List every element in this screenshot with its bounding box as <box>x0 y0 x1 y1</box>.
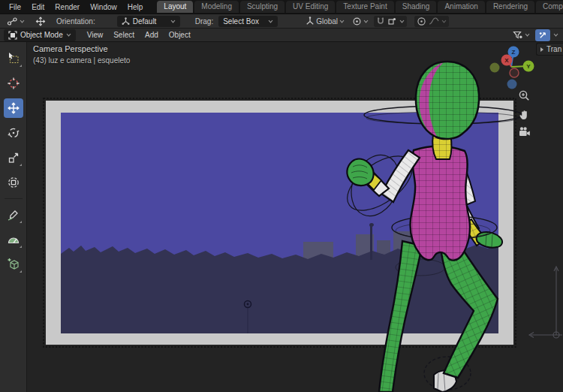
chevron-down-icon[interactable] <box>441 20 447 23</box>
tab-modeling[interactable]: Modeling <box>194 1 239 13</box>
menu-edit[interactable]: Edit <box>26 3 50 11</box>
snapping-group <box>374 16 407 27</box>
viewport-canvas[interactable] <box>27 42 563 392</box>
proportional-edit-icon[interactable] <box>417 17 426 26</box>
pan-button[interactable] <box>517 108 531 122</box>
active-tool-dropdown[interactable] <box>5 16 27 27</box>
rotate-icon <box>7 126 20 140</box>
axis-neg-x-ball[interactable] <box>510 68 519 77</box>
header-right-cluster <box>510 29 563 41</box>
snap-magnet-icon[interactable] <box>376 17 385 26</box>
axis-y-label: Y <box>526 63 531 70</box>
measure-protractor-icon <box>7 233 20 246</box>
tool-rotate[interactable] <box>4 123 23 143</box>
tab-layout[interactable]: Layout <box>157 1 193 13</box>
workspace-tabs: Layout Modeling Sculpting UV Editing Tex… <box>157 0 563 14</box>
mode-value: Object Mode <box>20 31 63 39</box>
pivot-point-dropdown[interactable] <box>350 16 371 27</box>
menu-view[interactable]: View <box>82 31 109 39</box>
tool-cursor[interactable] <box>4 74 23 93</box>
torso <box>411 146 470 261</box>
navigation-gizmo[interactable]: Z X Y <box>484 42 544 96</box>
chevron-down-icon[interactable] <box>399 20 405 23</box>
drag-value: Select Box <box>223 17 265 26</box>
orientation-dropdown[interactable]: Default <box>117 16 180 27</box>
arrow-right-icon <box>540 47 544 53</box>
view-label: Camera Perspective <box>33 44 130 55</box>
move-icon <box>7 101 20 115</box>
proportional-edit-group <box>414 16 449 27</box>
box-select-icon <box>7 52 20 65</box>
chevron-down-icon <box>268 20 273 23</box>
orientation-icon <box>122 17 130 26</box>
tab-rendering[interactable]: Rendering <box>486 1 534 13</box>
camera-view-button[interactable] <box>517 125 531 138</box>
tool-add-cube[interactable] <box>4 255 23 274</box>
filter-visibility-dropdown[interactable] <box>510 30 532 41</box>
pivot-point-icon <box>352 17 362 26</box>
axis-x-label: X <box>504 57 509 64</box>
chevron-down-icon[interactable] <box>553 33 558 37</box>
snap-with-icon[interactable] <box>387 17 397 26</box>
cursor-icon <box>7 77 20 90</box>
blender-window: { "topbar": { "menus": ["File", "Edit", … <box>0 0 563 392</box>
tool-transform[interactable] <box>4 173 23 192</box>
chevron-down-icon <box>525 33 530 37</box>
collection-label: (43) luz e camera | esqueleto <box>33 55 130 66</box>
tool-shelf-separator <box>5 198 23 199</box>
axis-z-label: Z <box>512 49 516 56</box>
tab-compositing[interactable]: Compositing <box>536 1 563 13</box>
zoom-magnifier-icon <box>518 89 530 101</box>
filter-funnel-eye-icon <box>513 31 523 40</box>
tool-settings-bar: Orientation: Default Drag: Select Box Gl… <box>0 14 563 28</box>
tab-animation[interactable]: Animation <box>438 1 484 13</box>
gizmo-arrows-icon <box>538 31 547 40</box>
viewport-overlay-text: Camera Perspective (43) luz e camera | e… <box>33 44 130 66</box>
orientation-value: Default <box>133 17 167 26</box>
gizmo-toggle-button[interactable] <box>535 29 550 41</box>
tab-uv-editing[interactable]: UV Editing <box>286 1 335 13</box>
move-tool-icon <box>35 16 47 27</box>
tool-shelf <box>0 42 27 392</box>
add-cube-icon <box>7 258 20 271</box>
active-tool-icon <box>7 17 18 26</box>
menu-render[interactable]: Render <box>50 3 85 11</box>
tool-box-select[interactable] <box>4 49 23 68</box>
transform-space-dropdown[interactable]: Global <box>303 16 347 26</box>
camera-icon <box>518 126 531 137</box>
drag-dropdown[interactable]: Select Box <box>218 16 278 27</box>
menu-object[interactable]: Object <box>164 31 196 39</box>
drag-label: Drag: <box>195 17 213 26</box>
zoom-button[interactable] <box>517 89 531 102</box>
chevron-down-icon <box>20 20 25 23</box>
sidebar-tab-transform[interactable]: Tran <box>536 43 563 56</box>
global-axes-icon <box>306 17 315 26</box>
menu-add[interactable]: Add <box>140 31 164 39</box>
axis-neg-y-ball[interactable] <box>490 63 500 73</box>
menu-select[interactable]: Select <box>108 31 140 39</box>
mode-dropdown[interactable]: Object Mode <box>4 29 76 41</box>
sidebar-tab-label: Tran <box>546 45 561 53</box>
tab-sculpting[interactable]: Sculpting <box>240 1 285 13</box>
chevron-down-icon <box>339 20 345 23</box>
orientation-label: Orientation: <box>56 17 95 26</box>
tool-scale[interactable] <box>4 148 23 167</box>
object-mode-icon <box>8 31 17 40</box>
menu-file[interactable]: File <box>4 3 26 11</box>
empty-axes-marker[interactable] <box>529 267 562 338</box>
topbar: File Edit Render Window Help Layout Mode… <box>0 0 563 14</box>
menu-window[interactable]: Window <box>85 3 122 11</box>
chevron-down-icon <box>170 20 176 23</box>
tool-measure[interactable] <box>4 230 23 249</box>
head <box>416 62 479 139</box>
axis-neg-z-ball[interactable] <box>507 80 517 89</box>
menu-help[interactable]: Help <box>122 3 149 11</box>
tab-texture-paint[interactable]: Texture Paint <box>336 1 393 13</box>
transform-space-value: Global <box>316 17 338 26</box>
tool-annotate[interactable] <box>4 205 23 225</box>
hand-icon <box>518 109 530 121</box>
tab-shading[interactable]: Shading <box>396 1 437 13</box>
tool-move[interactable] <box>4 98 23 118</box>
falloff-curve-icon[interactable] <box>429 17 439 26</box>
viewport-header: Object Mode View Select Add Object <box>0 28 563 42</box>
